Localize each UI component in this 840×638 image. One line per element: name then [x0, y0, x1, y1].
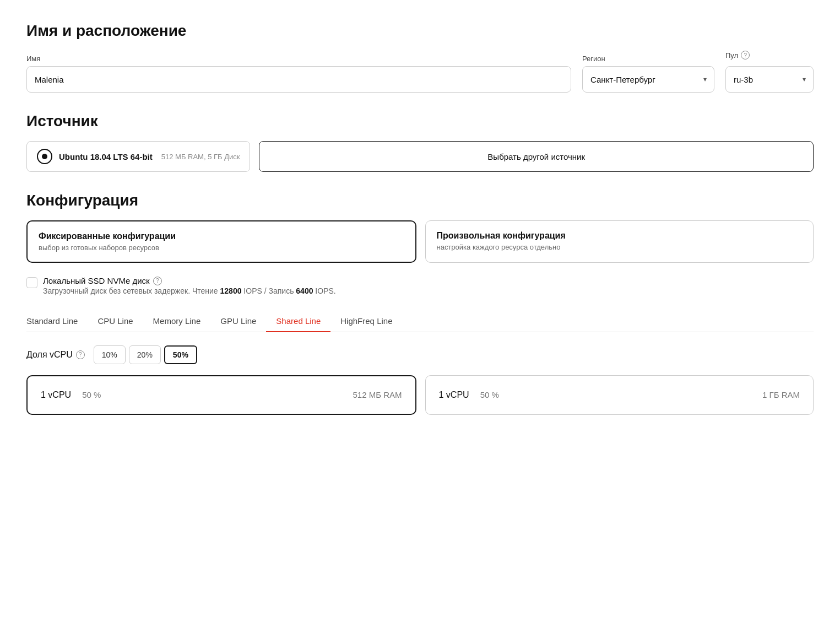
source-selected-card[interactable]: Ubuntu 18.04 LTS 64-bit 512 МБ RAM, 5 ГБ…	[26, 141, 250, 172]
region-field-group: Регион Санкт-Петербург Москва Амстердам …	[582, 55, 714, 93]
tab-shared-line[interactable]: Shared Line	[266, 311, 330, 332]
name-label: Имя	[26, 55, 571, 63]
ssd-read-label: IOPS / Запись	[241, 286, 296, 295]
fixed-config-desc: выбор из готовых наборов ресурсов	[39, 244, 404, 252]
region-select-wrapper: Санкт-Петербург Москва Амстердам ▾	[582, 66, 714, 93]
pool-field-group: Пул ? ru-3b ru-3a ru-2a ▾	[725, 51, 814, 93]
name-location-title: Имя и расположение	[26, 22, 814, 40]
name-field-group: Имя	[26, 55, 571, 93]
region-select[interactable]: Санкт-Петербург Москва Амстердам	[582, 66, 714, 93]
ssd-label-row: Локальный SSD NVMe диск ?	[43, 276, 336, 285]
choose-source-button[interactable]: Выбрать другой источник	[259, 141, 814, 172]
config-card-2-vcpu: 1 vCPU	[439, 390, 469, 400]
config-card-1-vcpu: 1 vCPU	[41, 390, 71, 400]
tab-cpu-line[interactable]: CPU Line	[88, 311, 143, 332]
pool-label: Пул	[725, 51, 738, 60]
ssd-checkbox[interactable]	[26, 277, 37, 288]
source-section: Источник Ubuntu 18.04 LTS 64-bit 512 МБ …	[26, 112, 814, 172]
custom-config-title: Произвольная конфигурация	[437, 231, 803, 241]
config-card-1-ram: 512 МБ RAM	[353, 390, 402, 399]
source-specs: 512 МБ RAM, 5 ГБ Диск	[161, 153, 240, 161]
vcpu-share-row: Доля vCPU ? 10% 20% 50%	[26, 345, 814, 364]
ssd-write-iops: 6400	[296, 286, 313, 295]
name-input[interactable]	[26, 66, 571, 93]
ubuntu-icon-inner	[42, 154, 47, 159]
vcpu-share-label: Доля vCPU ?	[26, 350, 85, 360]
pool-select-wrapper: ru-3b ru-3a ru-2a ▾	[725, 66, 814, 93]
custom-config-desc: настройка каждого ресурса отдельно	[437, 243, 803, 251]
tab-highfreq-line[interactable]: HighFreq Line	[330, 311, 402, 332]
config-card-2-ram: 1 ГБ RAM	[762, 390, 800, 399]
source-title: Источник	[26, 112, 814, 130]
config-card-2-left: 1 vCPU 50 %	[439, 390, 499, 400]
config-card-2-share: 50 %	[480, 390, 499, 399]
vcpu-option-20[interactable]: 20%	[129, 345, 161, 364]
ssd-desc-prefix: Загрузочный диск без сетевых задержек. Ч…	[43, 286, 220, 295]
pool-help-icon[interactable]: ?	[741, 51, 750, 60]
line-tabs: Standard Line CPU Line Memory Line GPU L…	[26, 311, 814, 332]
ssd-desc: Загрузочный диск без сетевых задержек. Ч…	[43, 286, 336, 295]
config-card-2[interactable]: 1 vCPU 50 % 1 ГБ RAM	[425, 375, 814, 415]
source-name: Ubuntu 18.04 LTS 64-bit	[59, 152, 153, 161]
vcpu-help-icon[interactable]: ?	[76, 350, 85, 359]
name-location-grid: Имя Регион Санкт-Петербург Москва Амстер…	[26, 51, 814, 93]
ssd-label: Локальный SSD NVMe диск	[43, 276, 150, 285]
tab-standard-line[interactable]: Standard Line	[26, 311, 88, 332]
custom-config-tab[interactable]: Произвольная конфигурация настройка кажд…	[425, 220, 814, 263]
tab-gpu-line[interactable]: GPU Line	[210, 311, 266, 332]
pool-label-row: Пул ?	[725, 51, 814, 60]
ssd-read-iops: 12800	[220, 286, 242, 295]
config-card-1-left: 1 vCPU 50 %	[41, 390, 101, 400]
ubuntu-icon	[37, 149, 52, 164]
pool-select[interactable]: ru-3b ru-3a ru-2a	[725, 66, 814, 93]
vcpu-label-text: Доля vCPU	[26, 350, 73, 360]
configuration-section: Конфигурация Фиксированные конфигурации …	[26, 192, 814, 415]
fixed-config-title: Фиксированные конфигурации	[39, 231, 404, 241]
config-type-tabs: Фиксированные конфигурации выбор из гото…	[26, 220, 814, 263]
region-label: Регион	[582, 55, 714, 63]
config-cards-row: 1 vCPU 50 % 512 МБ RAM 1 vCPU 50 % 1 ГБ …	[26, 375, 814, 415]
source-row: Ubuntu 18.04 LTS 64-bit 512 МБ RAM, 5 ГБ…	[26, 141, 814, 172]
name-location-section: Имя и расположение Имя Регион Санкт-Пете…	[26, 22, 814, 93]
configuration-title: Конфигурация	[26, 192, 814, 209]
vcpu-option-10[interactable]: 10%	[94, 345, 126, 364]
ssd-write-suffix: IOPS.	[313, 286, 335, 295]
config-card-1-share: 50 %	[82, 390, 101, 399]
ssd-text-block: Локальный SSD NVMe диск ? Загрузочный ди…	[43, 276, 336, 295]
vcpu-option-50[interactable]: 50%	[164, 345, 197, 364]
ssd-row: Локальный SSD NVMe диск ? Загрузочный ди…	[26, 276, 814, 295]
config-card-1[interactable]: 1 vCPU 50 % 512 МБ RAM	[26, 375, 416, 415]
ssd-help-icon[interactable]: ?	[153, 277, 162, 285]
vcpu-options: 10% 20% 50%	[94, 345, 197, 364]
tab-memory-line[interactable]: Memory Line	[143, 311, 211, 332]
fixed-config-tab[interactable]: Фиксированные конфигурации выбор из гото…	[26, 220, 416, 263]
